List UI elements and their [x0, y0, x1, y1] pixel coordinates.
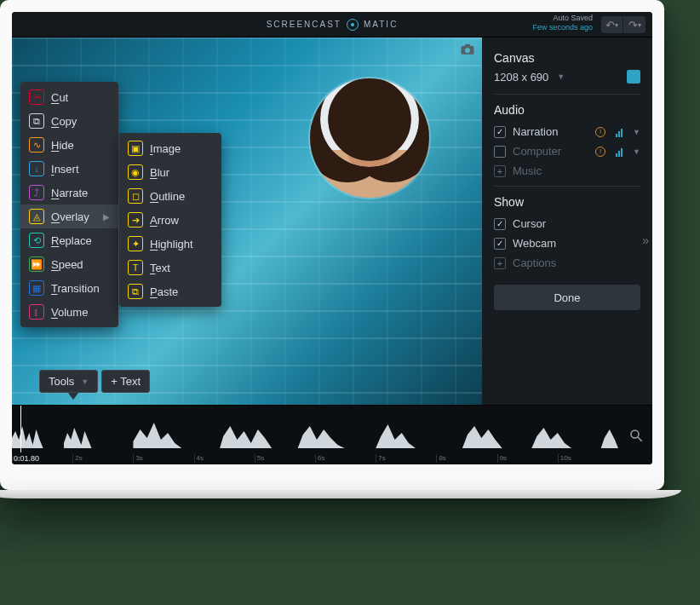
autosave-label: Auto Saved: [532, 14, 593, 23]
add-captions-icon[interactable]: +: [494, 257, 506, 269]
computer-audio-label: Computer: [513, 145, 561, 158]
camera-icon[interactable]: [460, 43, 475, 55]
webcam-checkbox[interactable]: [494, 238, 506, 250]
video-canvas[interactable]: ✂Cut⧉Copy∿Hide↓Insert⤴Narrate◬Overlay▶⟲R…: [12, 37, 482, 405]
submenu-item-text[interactable]: TText: [119, 256, 221, 279]
menu-label: Cut: [51, 91, 68, 104]
menu-label: Volume: [51, 306, 88, 319]
menu-item-overlay[interactable]: ◬Overlay▶: [20, 205, 118, 228]
menu-item-volume[interactable]: ⫿Volume: [20, 300, 118, 324]
menu-item-copy[interactable]: ⧉Copy: [20, 109, 118, 133]
computer-audio-row[interactable]: Computer ! ▼: [494, 141, 640, 161]
submenu-item-image[interactable]: ▣Image: [119, 136, 221, 160]
menu-item-hide[interactable]: ∿Hide: [20, 133, 118, 157]
cursor-label: Cursor: [513, 217, 546, 230]
expand-sidebar-icon[interactable]: »: [642, 233, 649, 247]
audio-level-icon: [616, 147, 623, 157]
tick: 1s: [12, 454, 72, 463]
menu-item-insert[interactable]: ↓Insert: [20, 157, 118, 181]
add-music-icon[interactable]: +: [494, 165, 506, 177]
text-icon: T: [128, 260, 143, 275]
computer-audio-checkbox[interactable]: [494, 146, 506, 158]
brand-dot-icon: [347, 19, 359, 31]
canvas-size-value: 1208 x 690: [494, 71, 548, 84]
tools-label: Tools: [49, 375, 74, 388]
narration-checkbox[interactable]: [494, 126, 506, 138]
undo-button[interactable]: ↶ ▾: [601, 16, 623, 33]
brand-logo: SCREENCAST MATIC: [267, 19, 399, 31]
done-button[interactable]: Done: [494, 285, 640, 310]
titlebar: SCREENCAST MATIC Auto Saved Few seconds …: [12, 12, 652, 37]
insert-icon: ↓: [29, 161, 44, 176]
chevron-right-icon: ▶: [103, 212, 110, 222]
playhead[interactable]: [20, 406, 21, 452]
add-text-label: + Text: [111, 375, 141, 388]
section-audio-title: Audio: [494, 103, 640, 117]
menu-item-cut[interactable]: ✂Cut: [20, 85, 118, 109]
outline-icon: ◻: [128, 188, 143, 204]
volume-icon: ⫿: [29, 304, 44, 320]
cursor-row[interactable]: Cursor: [494, 214, 640, 233]
tick: 9s: [497, 454, 558, 463]
submenu-label: Blur: [150, 166, 169, 179]
menu-label: Replace: [51, 234, 92, 247]
copy-icon: ⧉: [29, 113, 44, 129]
tools-context-menu: ✂Cut⧉Copy∿Hide↓Insert⤴Narrate◬Overlay▶⟲R…: [20, 82, 118, 327]
tick: 4s: [194, 454, 255, 463]
narrate-icon: ⤴: [29, 185, 44, 200]
submenu-label: Highlight: [150, 238, 193, 251]
speed-icon: ⏩: [29, 256, 44, 272]
info-icon[interactable]: !: [595, 127, 605, 137]
submenu-item-blur[interactable]: ◉Blur: [119, 160, 221, 184]
overlay-submenu: ▣Image◉Blur◻Outline➔Arrow✦HighlightTText…: [119, 133, 221, 307]
chevron-down-icon: ▼: [557, 72, 565, 81]
submenu-item-outline[interactable]: ◻Outline: [119, 184, 221, 208]
webcam-overlay[interactable]: [310, 78, 429, 198]
webcam-row[interactable]: Webcam: [494, 233, 640, 253]
brand-right: MATIC: [364, 20, 398, 29]
timeline[interactable]: 0:01.80 1s2s3s4s5s6s7s8s9s10s: [12, 405, 652, 464]
menu-label: Copy: [51, 115, 77, 128]
submenu-item-arrow[interactable]: ➔Arrow: [119, 208, 221, 232]
zoom-icon[interactable]: [628, 428, 644, 443]
section-show-title: Show: [494, 195, 640, 209]
submenu-label: Arrow: [150, 214, 179, 227]
blur-icon: ◉: [128, 164, 143, 180]
submenu-item-paste[interactable]: ⧉Paste: [119, 279, 221, 303]
tick: 10s: [558, 454, 618, 463]
tools-button[interactable]: Tools ▼: [39, 370, 98, 393]
menu-item-speed[interactable]: ⏩Speed: [20, 252, 118, 276]
laptop-frame: SCREENCAST MATIC Auto Saved Few seconds …: [0, 0, 664, 490]
captions-row[interactable]: + Captions: [494, 253, 640, 273]
narration-row[interactable]: Narration ! ▼: [494, 122, 640, 141]
tick: 6s: [315, 454, 376, 463]
webcam-label: Webcam: [513, 237, 556, 250]
submenu-item-highlight[interactable]: ✦Highlight: [119, 232, 221, 256]
app-screen: SCREENCAST MATIC Auto Saved Few seconds …: [12, 12, 652, 464]
menu-item-narrate[interactable]: ⤴Narrate: [20, 181, 118, 205]
menu-pointer-icon: [68, 393, 78, 400]
main-area: ✂Cut⧉Copy∿Hide↓Insert⤴Narrate◬Overlay▶⟲R…: [12, 37, 652, 405]
info-icon[interactable]: !: [595, 147, 605, 157]
chevron-down-icon[interactable]: ▼: [633, 147, 640, 156]
music-row[interactable]: + Music: [494, 161, 640, 181]
canvas-size-selector[interactable]: 1208 x 690 ▼: [494, 70, 640, 84]
narration-label: Narration: [513, 125, 558, 138]
chevron-down-icon[interactable]: ▼: [633, 128, 640, 136]
svg-line-1: [638, 437, 642, 441]
add-text-button[interactable]: + Text: [101, 370, 150, 393]
time-ticks: 1s2s3s4s5s6s7s8s9s10s: [12, 454, 618, 463]
cut-icon: ✂: [29, 89, 44, 105]
redo-button[interactable]: ↷ ▾: [623, 16, 645, 33]
menu-item-replace[interactable]: ⟲Replace: [20, 228, 118, 252]
menu-item-transition[interactable]: ▦Transition: [20, 276, 118, 300]
highlight-icon: ✦: [128, 236, 143, 251]
waveform: [12, 414, 618, 448]
tick: 3s: [133, 454, 193, 463]
done-label: Done: [554, 291, 580, 304]
cursor-checkbox[interactable]: [494, 218, 506, 230]
arrow-icon: ➔: [128, 212, 143, 228]
canvas-color-swatch[interactable]: [627, 70, 640, 84]
divider: [494, 94, 640, 95]
paste-icon: ⧉: [128, 284, 143, 299]
